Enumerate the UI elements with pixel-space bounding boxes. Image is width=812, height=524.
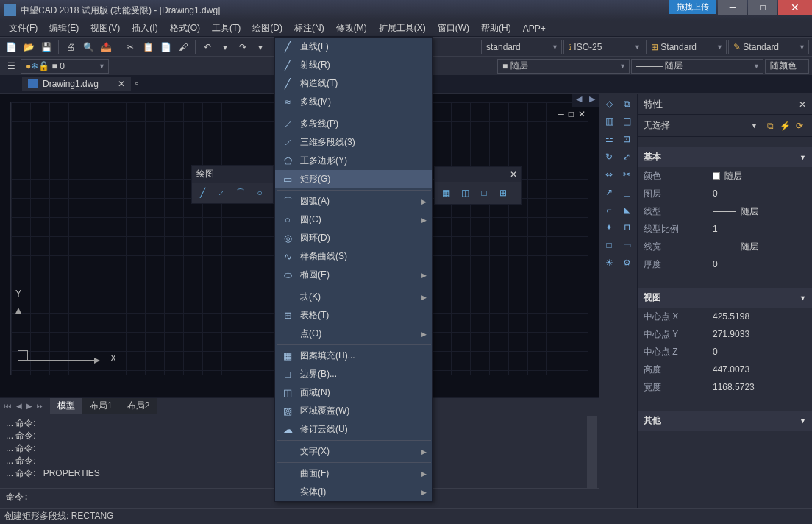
dimstyle-combo[interactable]: ⟟ ISO-25▼ xyxy=(563,40,644,54)
menu-item[interactable]: 格式(O) xyxy=(164,21,206,36)
paste-icon[interactable]: 📄 xyxy=(157,39,174,55)
draw2-toolbar[interactable]: ✕ ▦ ◫ □ ⊞ xyxy=(434,166,522,205)
pline-icon[interactable]: ⟋ xyxy=(213,185,229,201)
property-row[interactable]: 颜色随层 xyxy=(638,167,812,185)
move-icon[interactable]: ⊡ xyxy=(619,131,635,147)
scrollbar[interactable] xyxy=(587,416,597,489)
menu-item[interactable]: ▨区域覆盖(W) xyxy=(275,402,432,420)
line-icon[interactable]: ╱ xyxy=(194,185,210,201)
menu-item[interactable]: ╱射线(R) xyxy=(275,56,432,74)
menu-item[interactable]: ▭矩形(G) xyxy=(275,170,432,188)
menu-item[interactable]: ∿样条曲线(S) xyxy=(275,247,432,266)
undo-dd-icon[interactable]: ▾ xyxy=(217,39,233,55)
quickselect-icon[interactable]: ⧉ xyxy=(763,120,777,132)
layer-mgr-icon[interactable]: ☰ xyxy=(3,58,19,74)
lineweight-combo[interactable]: 随颜色 xyxy=(765,59,809,74)
tablestyle-combo[interactable]: ⊞ Standard▼ xyxy=(646,40,727,54)
mlstyle-combo[interactable]: ✎ Standard▼ xyxy=(728,40,809,54)
extend-icon[interactable]: ↗ xyxy=(601,184,617,200)
color-combo[interactable]: ■ 随层▼ xyxy=(497,59,630,74)
group-basic[interactable]: 基本▼ xyxy=(638,147,812,167)
menu-item[interactable]: 文件(F) xyxy=(3,21,43,36)
layout-last-icon[interactable]: ⏭ xyxy=(35,402,46,410)
layout-prev-icon[interactable]: ◀ xyxy=(15,402,24,410)
property-row[interactable]: 中心点 Y271.9033 xyxy=(638,325,812,343)
redo-dd-icon[interactable]: ▾ xyxy=(252,39,268,55)
match-icon[interactable]: 🖌 xyxy=(175,39,191,55)
menu-item[interactable]: ⊞表格(T) xyxy=(275,306,432,325)
menu-item[interactable]: 编辑(E) xyxy=(43,21,85,36)
menu-item[interactable]: ○圆(C)▶ xyxy=(275,210,432,229)
mirror-icon[interactable]: ▥ xyxy=(601,113,617,130)
property-row[interactable]: 宽度1168.5723 xyxy=(638,378,812,396)
pickadd-icon[interactable]: ⚡ xyxy=(778,120,791,132)
menu-item[interactable]: ◎圆环(D) xyxy=(275,229,432,247)
property-row[interactable]: 线型随层 xyxy=(638,202,812,220)
maximize-button[interactable]: □ xyxy=(748,0,777,15)
offset-icon[interactable]: ◫ xyxy=(619,113,635,130)
menu-item[interactable]: □边界(B)... xyxy=(275,365,432,383)
redo-icon[interactable]: ↷ xyxy=(235,39,251,55)
arc-icon[interactable]: ⌒ xyxy=(232,185,249,201)
select-icon[interactable]: ⟳ xyxy=(793,120,806,132)
save-icon[interactable]: 💾 xyxy=(38,39,54,55)
props-icon[interactable]: ☀ xyxy=(601,255,617,271)
menu-item[interactable]: 绘图(D) xyxy=(246,21,288,36)
group-other[interactable]: 其他▼ xyxy=(638,411,812,431)
menu-item[interactable]: 视图(V) xyxy=(85,21,126,36)
upload-button[interactable]: 拖拽上传 xyxy=(669,0,716,14)
linetype-combo[interactable]: ——— 随层▼ xyxy=(631,59,763,74)
selection-combo[interactable]: 无选择 ▼ ⧉ ⚡ ⟳ xyxy=(638,115,812,137)
menu-item[interactable]: 标注(N) xyxy=(288,21,330,36)
menu-item[interactable]: ╱直线(L) xyxy=(275,38,432,56)
menu-item[interactable]: APP+ xyxy=(517,22,552,35)
menu-item[interactable]: 曲面(F)▶ xyxy=(275,464,432,483)
menu-item[interactable]: ⌒圆弧(A)▶ xyxy=(275,192,432,210)
property-row[interactable]: 厚度0 xyxy=(638,255,812,273)
toolbar-close-icon[interactable]: ✕ xyxy=(510,169,517,180)
property-row[interactable]: 中心点 Z0 xyxy=(638,343,812,361)
break-icon[interactable]: ⎯ xyxy=(619,184,635,200)
menu-item[interactable]: 窗口(W) xyxy=(432,21,475,36)
chamfer-icon[interactable]: ◣ xyxy=(619,202,635,218)
stretch-icon[interactable]: ⇔ xyxy=(601,166,617,183)
array-icon[interactable]: ⚍ xyxy=(601,131,617,147)
erase-icon[interactable]: ◇ xyxy=(601,96,617,112)
undo-icon[interactable]: ↶ xyxy=(199,39,216,55)
rotate-icon[interactable]: ↻ xyxy=(601,149,617,165)
menu-item[interactable]: 扩展工具(X) xyxy=(373,21,432,36)
trim-icon[interactable]: ✂ xyxy=(619,166,635,183)
group-view[interactable]: 视图▼ xyxy=(638,288,812,308)
print-icon[interactable]: 🖨 xyxy=(63,39,79,55)
new-tab-icon[interactable]: ▫ xyxy=(135,78,147,90)
menu-item[interactable]: 帮助(H) xyxy=(475,21,517,36)
preview-icon[interactable]: 🔍 xyxy=(80,39,96,55)
table-icon[interactable]: ⊞ xyxy=(495,185,511,201)
menu-item[interactable]: 工具(T) xyxy=(206,21,246,36)
draw-toolbar[interactable]: 绘图 ╱ ⟋ ⌒ ○ xyxy=(191,165,274,204)
menu-item[interactable]: ⟋三维多段线(3) xyxy=(275,133,432,152)
menu-item[interactable]: 修改(M) xyxy=(330,21,373,36)
viewport-close-icon[interactable]: ✕ xyxy=(578,109,585,119)
copy-icon[interactable]: 📋 xyxy=(140,39,156,55)
cut-icon[interactable]: ✂ xyxy=(122,39,138,55)
align-icon[interactable]: ▭ xyxy=(619,237,635,253)
menu-item[interactable]: 块(K)▶ xyxy=(275,288,432,306)
boundary-icon[interactable]: □ xyxy=(476,185,492,201)
copy-obj-icon[interactable]: ⧉ xyxy=(619,96,635,112)
viewport-min-icon[interactable]: ─ xyxy=(558,109,564,119)
panel-close-icon[interactable]: ✕ xyxy=(799,99,806,110)
layout-tab[interactable]: 布局2 xyxy=(120,398,157,414)
match-props-icon[interactable]: ⚙ xyxy=(619,255,635,271)
join-icon[interactable]: ⊓ xyxy=(619,219,635,236)
new-icon[interactable]: 📄 xyxy=(3,39,19,55)
menu-item[interactable]: ▦图案填充(H)... xyxy=(275,347,432,365)
explode-icon[interactable]: ✦ xyxy=(601,219,617,236)
property-row[interactable]: 线型比例1 xyxy=(638,220,812,238)
region-icon[interactable]: ◫ xyxy=(457,185,473,201)
open-icon[interactable]: 📂 xyxy=(21,39,37,55)
viewport-max-icon[interactable]: □ xyxy=(569,109,574,119)
layer-combo[interactable]: ●❄🔓 ■ 0▼ xyxy=(21,59,109,74)
hatch-icon[interactable]: ▦ xyxy=(438,185,454,201)
menu-item[interactable]: ◫面域(N) xyxy=(275,383,432,402)
